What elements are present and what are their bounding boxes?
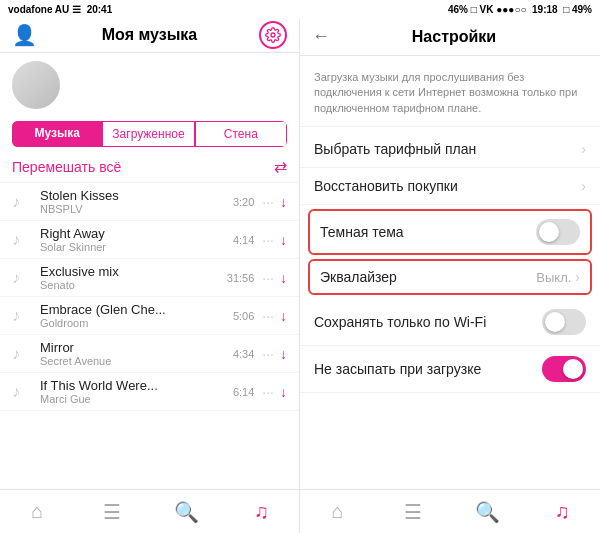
settings-title: Настройки — [338, 28, 588, 46]
tab-wall[interactable]: Стена — [195, 121, 287, 147]
darktheme-toggle-thumb — [539, 222, 559, 242]
settings-description: Загрузка музыки для прослушивания без по… — [300, 64, 600, 127]
right-nav-search[interactable]: 🔍 — [450, 490, 525, 533]
song-item-4[interactable]: ♪ Mirror Secret Avenue 4:34 ··· ↓ — [0, 335, 299, 373]
back-button[interactable]: ← — [312, 26, 330, 47]
song-title-0: Stolen Kisses — [40, 188, 216, 203]
song-download-0[interactable]: ↓ — [280, 194, 287, 210]
song-more-3[interactable]: ··· — [262, 308, 274, 324]
settings-gear-button[interactable] — [259, 21, 287, 49]
settings-row-wifionly[interactable]: Сохранять только по Wi-Fi — [300, 299, 600, 346]
right-bottom-nav: ⌂ ☰ 🔍 ♫ — [300, 489, 600, 533]
tariff-label: Выбрать тарифный план — [314, 141, 476, 157]
right-panel: ← Настройки Загрузка музыки для прослуши… — [300, 18, 600, 533]
song-item-0[interactable]: ♪ Stolen Kisses NBSPLV 3:20 ··· ↓ — [0, 183, 299, 221]
song-title-4: Mirror — [40, 340, 216, 355]
note-icon-0: ♪ — [12, 193, 32, 211]
song-more-2[interactable]: ··· — [262, 270, 274, 286]
left-nav-search[interactable]: 🔍 — [150, 490, 225, 533]
wifionly-label: Сохранять только по Wi-Fi — [314, 314, 486, 330]
settings-body: Загрузка музыки для прослушивания без по… — [300, 56, 600, 489]
song-title-3: Embrace (Glen Che... — [40, 302, 216, 317]
right-nav-music[interactable]: ♫ — [525, 490, 600, 533]
right-nav-home[interactable]: ⌂ — [300, 490, 375, 533]
note-icon-4: ♪ — [12, 345, 32, 363]
song-download-5[interactable]: ↓ — [280, 384, 287, 400]
song-duration-3: 5:06 — [224, 310, 254, 322]
right-nav-list[interactable]: ☰ — [375, 490, 450, 533]
status-left: vodafone AU ☰ 20:41 — [8, 4, 112, 15]
wifionly-toggle-thumb — [545, 312, 565, 332]
equalizer-value: Выкл. — [536, 270, 571, 285]
nosleep-toggle[interactable] — [542, 356, 586, 382]
wifionly-toggle-track — [542, 309, 586, 335]
song-more-0[interactable]: ··· — [262, 194, 274, 210]
tabs-bar: Музыка Загруженное Стена — [12, 121, 287, 147]
song-duration-4: 4:34 — [224, 348, 254, 360]
restore-label: Восстановить покупки — [314, 178, 458, 194]
song-list: ♪ Stolen Kisses NBSPLV 3:20 ··· ↓ ♪ Righ… — [0, 183, 299, 489]
note-icon-5: ♪ — [12, 383, 32, 401]
song-item-3[interactable]: ♪ Embrace (Glen Che... Goldroom 5:06 ···… — [0, 297, 299, 335]
song-download-3[interactable]: ↓ — [280, 308, 287, 324]
avatar — [12, 61, 60, 109]
song-more-5[interactable]: ··· — [262, 384, 274, 400]
song-duration-0: 3:20 — [224, 196, 254, 208]
song-artist-1: Solar Skinner — [40, 241, 216, 253]
nosleep-toggle-thumb — [563, 359, 583, 379]
shuffle-row[interactable]: Перемешать всё ⇄ — [0, 151, 299, 183]
song-download-1[interactable]: ↓ — [280, 232, 287, 248]
nosleep-label: Не засыпать при загрузке — [314, 361, 481, 377]
song-artist-0: NBSPLV — [40, 203, 216, 215]
settings-row-restore[interactable]: Восстановить покупки › — [300, 168, 600, 205]
note-icon-1: ♪ — [12, 231, 32, 249]
song-download-2[interactable]: ↓ — [280, 270, 287, 286]
left-nav-home[interactable]: ⌂ — [0, 490, 75, 533]
left-panel-title: Моя музыка — [102, 26, 198, 44]
song-title-1: Right Away — [40, 226, 216, 241]
song-title-2: Exclusive mix — [40, 264, 216, 279]
shuffle-label: Перемешать всё — [12, 159, 121, 175]
song-more-4[interactable]: ··· — [262, 346, 274, 362]
darktheme-label: Темная тема — [320, 224, 404, 240]
darktheme-toggle[interactable] — [536, 219, 580, 245]
settings-row-nosleep[interactable]: Не засыпать при загрузке — [300, 346, 600, 393]
avatar-area — [0, 53, 299, 117]
status-bar: vodafone AU ☰ 20:41 46% □ VK ●●●○○ 19:18… — [0, 0, 600, 18]
left-header: 👤 Моя музыка — [0, 18, 299, 53]
shuffle-icon: ⇄ — [274, 157, 287, 176]
song-duration-2: 31:56 — [224, 272, 254, 284]
restore-chevron-icon: › — [581, 178, 586, 194]
settings-row-tariff[interactable]: Выбрать тарифный план › — [300, 131, 600, 168]
settings-row-darktheme[interactable]: Темная тема — [308, 209, 592, 255]
svg-point-0 — [271, 33, 275, 37]
song-title-5: If This World Were... — [40, 378, 216, 393]
nosleep-toggle-track — [542, 356, 586, 382]
song-artist-2: Senato — [40, 279, 216, 291]
song-item-5[interactable]: ♪ If This World Were... Marci Gue 6:14 ·… — [0, 373, 299, 411]
song-item-1[interactable]: ♪ Right Away Solar Skinner 4:14 ··· ↓ — [0, 221, 299, 259]
settings-row-equalizer[interactable]: Эквалайзер Выкл. › — [308, 259, 592, 295]
song-artist-3: Goldroom — [40, 317, 216, 329]
song-duration-1: 4:14 — [224, 234, 254, 246]
equalizer-chevron-icon: › — [575, 269, 580, 285]
song-more-1[interactable]: ··· — [262, 232, 274, 248]
darktheme-toggle-track — [536, 219, 580, 245]
user-icon: 👤 — [12, 23, 37, 47]
wifionly-toggle[interactable] — [542, 309, 586, 335]
note-icon-2: ♪ — [12, 269, 32, 287]
note-icon-3: ♪ — [12, 307, 32, 325]
song-download-4[interactable]: ↓ — [280, 346, 287, 362]
left-panel: 👤 Моя музыка Музыка Загруженное Стена Пе… — [0, 18, 300, 533]
tab-downloaded[interactable]: Загруженное — [102, 121, 194, 147]
song-artist-4: Secret Avenue — [40, 355, 216, 367]
tab-music[interactable]: Музыка — [12, 121, 102, 147]
song-item-2[interactable]: ♪ Exclusive mix Senato 31:56 ··· ↓ — [0, 259, 299, 297]
equalizer-label: Эквалайзер — [320, 269, 397, 285]
left-nav-music[interactable]: ♫ — [224, 490, 299, 533]
tariff-chevron-icon: › — [581, 141, 586, 157]
left-nav-list[interactable]: ☰ — [75, 490, 150, 533]
left-bottom-nav: ⌂ ☰ 🔍 ♫ — [0, 489, 299, 533]
song-artist-5: Marci Gue — [40, 393, 216, 405]
right-header: ← Настройки — [300, 18, 600, 56]
